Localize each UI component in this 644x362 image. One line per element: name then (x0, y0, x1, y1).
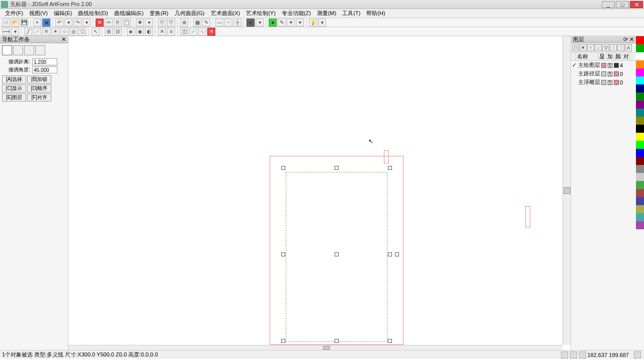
color-swatch[interactable] (636, 149, 644, 157)
color-swatch[interactable] (636, 213, 644, 221)
handle-br[interactable] (388, 339, 392, 343)
layer-filter-btn[interactable]: ▽ (602, 44, 609, 51)
layer-swatch[interactable] (601, 71, 606, 76)
tool-3d2-icon[interactable]: ◉ (136, 28, 144, 36)
small-rect-top[interactable] (384, 150, 389, 163)
layer-color[interactable] (614, 71, 619, 76)
redo-drop-icon[interactable]: ▾ (83, 19, 91, 27)
status-icon-2[interactable] (570, 351, 577, 358)
tool-star-icon[interactable]: ✶ (51, 28, 59, 36)
tool-line-icon[interactable]: ╱ (24, 28, 32, 36)
color-swatch[interactable] (636, 76, 644, 84)
tool-1d-icon[interactable]: ▾ (11, 28, 19, 36)
tool-x2-icon[interactable]: ⨯ (167, 28, 175, 36)
color-swatch[interactable] (636, 221, 644, 229)
color-swatch[interactable] (636, 52, 644, 60)
line3-icon[interactable]: ┼ (233, 19, 242, 27)
layer-panel-pin-icon[interactable]: ⟳ (623, 36, 628, 42)
menu-curve-edit[interactable]: 曲线编辑(E) (111, 10, 147, 17)
tool-dim3-icon[interactable]: ⟍ (198, 28, 206, 36)
move-drop-icon[interactable]: ▾ (145, 19, 153, 27)
save-icon[interactable]: 💾 (20, 19, 28, 27)
color-swatch[interactable] (636, 205, 644, 213)
fill-icon[interactable]: ■ (247, 19, 255, 27)
pencil2-icon[interactable]: ✎ (278, 19, 286, 27)
handle-tr[interactable] (388, 166, 392, 170)
angle-input[interactable] (32, 66, 57, 73)
globe-icon[interactable]: ⊕ (180, 19, 188, 27)
layer-del-btn[interactable]: ✕ (580, 44, 587, 51)
menu-file[interactable]: 文件(F) (2, 10, 26, 17)
color-swatch[interactable] (636, 60, 644, 68)
menu-view[interactable]: 视图(V) (26, 10, 51, 17)
small-rect-right[interactable] (525, 206, 530, 227)
wand-drop-icon[interactable]: ▾ (296, 19, 304, 27)
minimize-button[interactable]: _ (602, 1, 615, 8)
handle-mr2[interactable] (395, 252, 399, 256)
cross-icon[interactable]: + (33, 19, 41, 27)
tool-dim1-icon[interactable]: ◫ (180, 28, 188, 36)
left-tab-3[interactable] (24, 45, 34, 55)
left-panel-close-icon[interactable]: ✕ (61, 36, 66, 43)
color-swatch[interactable] (636, 133, 644, 141)
new-icon[interactable]: □ (2, 19, 10, 27)
color-swatch[interactable] (636, 141, 644, 149)
handle-mc[interactable] (335, 252, 339, 256)
tool-x1-icon[interactable]: ✕ (158, 28, 166, 36)
left-tab-2[interactable] (13, 45, 23, 55)
color-swatch[interactable] (636, 101, 644, 109)
layer-row[interactable]: 主路径层⚿0 (571, 69, 636, 78)
grid-icon[interactable]: ▦ (193, 19, 201, 27)
btn-layer[interactable]: [E]图层 (2, 94, 26, 102)
scrollbar-vertical[interactable] (562, 36, 571, 345)
color-swatch[interactable] (636, 109, 644, 117)
layer-more2-btn[interactable]: ⋮ (617, 44, 624, 51)
fill-drop-icon[interactable]: ▾ (256, 19, 264, 27)
layer-lock-icon[interactable]: ⚿ (607, 79, 613, 85)
layer-row[interactable]: 主浮雕层⚿0 (571, 78, 636, 86)
color-swatch[interactable] (636, 93, 644, 101)
layer-lock-icon[interactable]: ⚿ (607, 62, 613, 68)
btn-lock[interactable]: [B]加锁 (27, 75, 51, 83)
delete-icon[interactable]: ✕ (96, 19, 104, 27)
color-swatch[interactable] (636, 36, 644, 44)
tool-arrow-icon[interactable]: ↖ (92, 28, 100, 36)
menu-curve-draw[interactable]: 曲线绘制(D) (75, 10, 111, 17)
menu-art-surface[interactable]: 艺术曲面(X) (208, 10, 244, 17)
move-icon[interactable]: ✥ (136, 19, 144, 27)
cut-icon[interactable]: ✂ (105, 19, 113, 27)
paste-icon[interactable]: 📋 (123, 19, 131, 27)
layer-color[interactable] (614, 80, 619, 85)
color-swatch[interactable] (636, 189, 644, 197)
dist-input[interactable] (32, 58, 57, 65)
undo-icon[interactable]: ↶ (55, 19, 63, 27)
canvas-area[interactable]: ↖ (68, 36, 571, 350)
open-icon[interactable]: 📂 (11, 19, 19, 27)
pencil-icon[interactable]: ✎ (202, 19, 210, 27)
maximize-button[interactable]: □ (616, 1, 629, 8)
tool-join-icon[interactable]: ⤲ (42, 28, 50, 36)
layer-row[interactable]: ✓主绘图层⚿4 (571, 61, 636, 69)
color-swatch[interactable] (636, 165, 644, 173)
handle-tl[interactable] (281, 166, 285, 170)
cone1-icon[interactable]: ▽ (158, 19, 166, 27)
color-swatch[interactable] (636, 125, 644, 133)
tool-3d3-icon[interactable]: ◐ (145, 28, 153, 36)
wand-icon[interactable]: ✦ (287, 19, 295, 27)
color-swatch[interactable] (636, 117, 644, 125)
layer-text-btn[interactable]: A (625, 44, 632, 51)
tool-1-icon[interactable]: ⟿ (2, 28, 10, 36)
tool-circ2-icon[interactable]: ◎ (69, 28, 77, 36)
layer-down-btn[interactable]: ↓ (595, 44, 602, 51)
handle-ml[interactable] (281, 252, 285, 256)
cone2-icon[interactable]: ▽ (167, 19, 175, 27)
tool-dim2-icon[interactable]: ⟋ (189, 28, 197, 36)
tool-circ1-icon[interactable]: ○ (60, 28, 68, 36)
left-tab-4[interactable] (35, 45, 45, 55)
scrollbar-horizontal[interactable] (68, 345, 562, 350)
status-icon-1[interactable] (561, 351, 568, 358)
layer-swatch[interactable] (601, 80, 606, 85)
menu-tools[interactable]: 工具(T) (339, 10, 363, 17)
menu-geom-surface[interactable]: 几何曲面(G) (172, 10, 208, 17)
tool-grid2-icon[interactable]: ⊟ (114, 28, 122, 36)
